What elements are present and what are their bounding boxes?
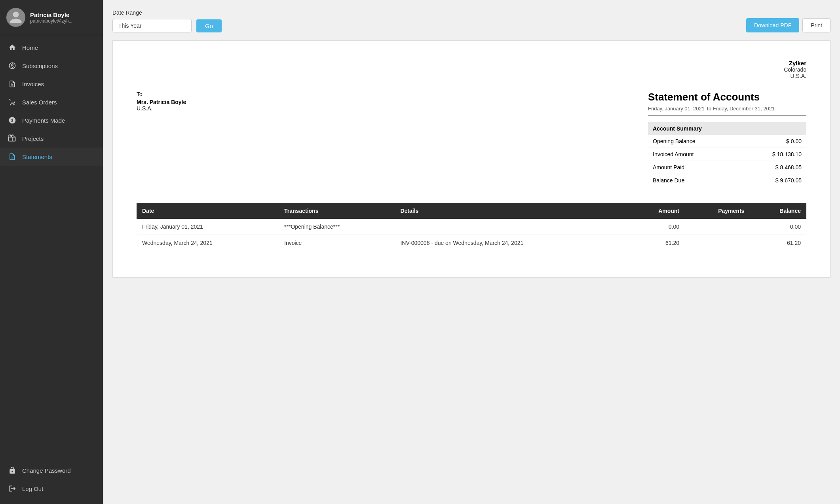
profile-info: Patricia Boyle patriciaboyle@zylk... xyxy=(30,11,74,24)
table-row: Friday, January 01, 2021 ***Opening Bala… xyxy=(137,219,806,235)
row1-amount: 0.00 xyxy=(629,219,685,235)
payments-made-icon xyxy=(8,116,17,125)
company-location-line1: Colorado xyxy=(137,66,806,73)
sidebar-label-statements: Statements xyxy=(22,153,52,160)
summary-amount-paid: $ 8,468.05 xyxy=(739,161,806,174)
date-range-row: Go xyxy=(112,19,222,32)
summary-row-paid: Amount Paid $ 8,468.05 xyxy=(648,161,806,174)
col-details: Details xyxy=(395,203,629,219)
company-info: Zylker Colorado U.S.A. xyxy=(137,60,806,79)
sidebar-label-sales-orders: Sales Orders xyxy=(22,99,57,106)
sidebar-item-subscriptions[interactable]: Subscriptions xyxy=(0,57,103,75)
sidebar-item-projects[interactable]: Projects xyxy=(0,129,103,148)
row1-date: Friday, January 01, 2021 xyxy=(137,219,279,235)
company-location-line2: U.S.A. xyxy=(137,73,806,79)
doc-main: To Mrs. Patricia Boyle U.S.A. Statement … xyxy=(137,91,806,187)
row2-balance: 61.20 xyxy=(750,235,806,251)
sales-orders-icon xyxy=(8,98,17,106)
sidebar-label-home: Home xyxy=(22,44,38,51)
row2-amount: 61.20 xyxy=(629,235,685,251)
summary-label-paid: Amount Paid xyxy=(648,161,739,174)
transactions-section: Date Transactions Details Amount Payment… xyxy=(137,203,806,251)
sidebar-item-sales-orders[interactable]: Sales Orders xyxy=(0,93,103,111)
summary-amount-balance: $ 9,670.05 xyxy=(739,174,806,187)
profile-section: Patricia Boyle patriciaboyle@zylk... xyxy=(0,0,103,35)
customer-country: U.S.A. xyxy=(137,105,186,112)
home-icon xyxy=(8,43,17,52)
summary-row-invoiced: Invoiced Amount $ 18,138.10 xyxy=(648,148,806,161)
sidebar-label-invoices: Invoices xyxy=(22,81,44,87)
sidebar-nav: Home Subscriptions Invoices Sales Orders xyxy=(0,35,103,458)
row1-balance: 0.00 xyxy=(750,219,806,235)
summary-amount-invoiced: $ 18,138.10 xyxy=(739,148,806,161)
col-payments: Payments xyxy=(685,203,750,219)
sidebar-label-payments-made: Payments Made xyxy=(22,117,65,124)
logout-icon xyxy=(8,484,17,493)
row2-transaction: Invoice xyxy=(279,235,395,251)
download-pdf-button[interactable]: Download PDF xyxy=(746,18,799,32)
sidebar: Patricia Boyle patriciaboyle@zylk... Hom… xyxy=(0,0,103,504)
date-range-input[interactable] xyxy=(112,19,192,32)
date-range-section: Date Range Go xyxy=(112,9,222,32)
table-row: Wednesday, March 24, 2021 Invoice INV-00… xyxy=(137,235,806,251)
top-controls: Date Range Go Download PDF Print xyxy=(112,9,830,32)
statements-icon xyxy=(8,152,17,161)
row2-details: INV-000008 - due on Wednesday, March 24,… xyxy=(395,235,629,251)
col-date: Date xyxy=(137,203,279,219)
sidebar-item-invoices[interactable]: Invoices xyxy=(0,75,103,93)
transactions-header-row: Date Transactions Details Amount Payment… xyxy=(137,203,806,219)
statement-summary: Statement of Accounts Friday, January 01… xyxy=(648,91,806,187)
summary-label-invoiced: Invoiced Amount xyxy=(648,148,739,161)
sidebar-label-change-password: Change Password xyxy=(22,467,71,474)
print-button[interactable]: Print xyxy=(802,18,830,32)
invoices-icon xyxy=(8,80,17,88)
to-label: To xyxy=(137,91,186,97)
statement-title: Statement of Accounts xyxy=(648,91,806,103)
avatar xyxy=(6,8,25,27)
sidebar-label-log-out: Log Out xyxy=(22,485,43,492)
statement-period: Friday, January 01, 2021 To Friday, Dece… xyxy=(648,106,806,116)
col-amount: Amount xyxy=(629,203,685,219)
summary-amount-opening: $ 0.00 xyxy=(739,135,806,148)
profile-name: Patricia Boyle xyxy=(30,11,74,18)
sidebar-bottom: Change Password Log Out xyxy=(0,458,103,504)
sidebar-item-payments-made[interactable]: Payments Made xyxy=(0,111,103,129)
statement-document: Zylker Colorado U.S.A. To Mrs. Patricia … xyxy=(112,40,830,278)
summary-row-balance: Balance Due $ 9,670.05 xyxy=(648,174,806,187)
row1-payments xyxy=(685,219,750,235)
transactions-header: Date Transactions Details Amount Payment… xyxy=(137,203,806,219)
main-content: Date Range Go Download PDF Print Zylker … xyxy=(103,0,840,504)
sidebar-label-projects: Projects xyxy=(22,135,44,142)
summary-label-balance: Balance Due xyxy=(648,174,739,187)
transactions-body: Friday, January 01, 2021 ***Opening Bala… xyxy=(137,219,806,251)
customer-name: Mrs. Patricia Boyle xyxy=(137,99,186,105)
company-name: Zylker xyxy=(137,60,806,66)
action-buttons: Download PDF Print xyxy=(746,18,830,32)
transactions-table: Date Transactions Details Amount Payment… xyxy=(137,203,806,251)
summary-label-opening: Opening Balance xyxy=(648,135,739,148)
sidebar-item-change-password[interactable]: Change Password xyxy=(0,461,103,479)
row2-payments xyxy=(685,235,750,251)
col-balance: Balance xyxy=(750,203,806,219)
recipient-section: To Mrs. Patricia Boyle U.S.A. xyxy=(137,91,186,112)
summary-row-opening: Opening Balance $ 0.00 xyxy=(648,135,806,148)
row1-details xyxy=(395,219,629,235)
sidebar-item-log-out[interactable]: Log Out xyxy=(0,479,103,498)
row2-date: Wednesday, March 24, 2021 xyxy=(137,235,279,251)
projects-icon xyxy=(8,134,17,143)
date-range-label: Date Range xyxy=(112,9,222,16)
sidebar-item-home[interactable]: Home xyxy=(0,38,103,57)
col-transactions: Transactions xyxy=(279,203,395,219)
go-button[interactable]: Go xyxy=(196,19,222,32)
sidebar-label-subscriptions: Subscriptions xyxy=(22,63,58,69)
subscriptions-icon xyxy=(8,61,17,70)
profile-email: patriciaboyle@zylk... xyxy=(30,18,74,24)
lock-icon xyxy=(8,466,17,475)
sidebar-item-statements[interactable]: Statements xyxy=(0,148,103,166)
summary-header-cell: Account Summary xyxy=(648,122,806,135)
summary-header-row: Account Summary xyxy=(648,122,806,135)
row1-transaction: ***Opening Balance*** xyxy=(279,219,395,235)
account-summary-table: Account Summary Opening Balance $ 0.00 I… xyxy=(648,122,806,187)
